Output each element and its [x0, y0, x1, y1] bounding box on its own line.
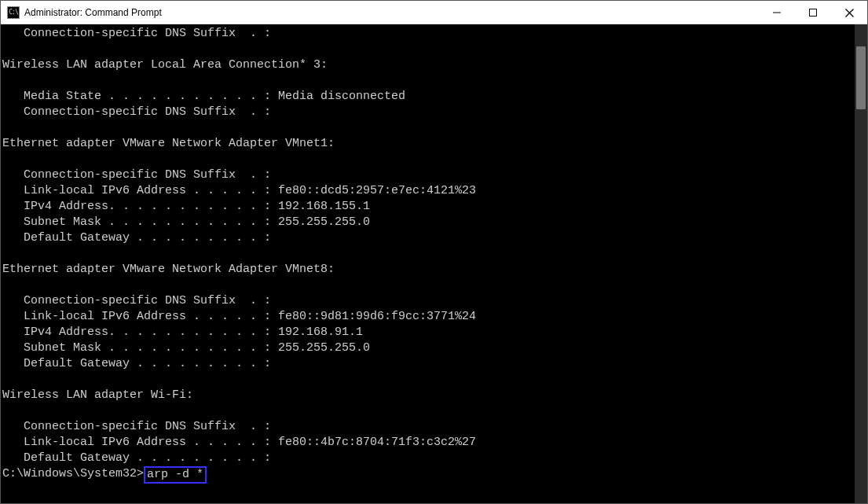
window-controls	[759, 1, 867, 24]
prompt-text: C:\Windows\System32>	[2, 466, 144, 484]
window-title: Administrator: Command Prompt	[24, 7, 759, 18]
typed-command-highlight: arp -d *	[144, 466, 207, 484]
terminal-content[interactable]: Connection-specific DNS Suffix . : Wirel…	[1, 24, 855, 503]
scrollbar[interactable]	[855, 24, 867, 503]
titlebar[interactable]: C:\ Administrator: Command Prompt	[1, 1, 867, 24]
terminal-area[interactable]: Connection-specific DNS Suffix . : Wirel…	[1, 24, 867, 503]
cmd-icon: C:\	[7, 6, 20, 19]
svg-rect-1	[810, 9, 817, 17]
scrollbar-thumb[interactable]	[856, 46, 866, 109]
terminal-output: Connection-specific DNS Suffix . : Wirel…	[2, 26, 853, 466]
prompt-line[interactable]: C:\Windows\System32>arp -d *	[2, 466, 853, 484]
maximize-button[interactable]	[795, 1, 831, 24]
minimize-button[interactable]	[759, 1, 795, 24]
close-button[interactable]	[831, 1, 867, 24]
command-prompt-window: C:\ Administrator: Command Prompt Connec…	[0, 0, 868, 504]
